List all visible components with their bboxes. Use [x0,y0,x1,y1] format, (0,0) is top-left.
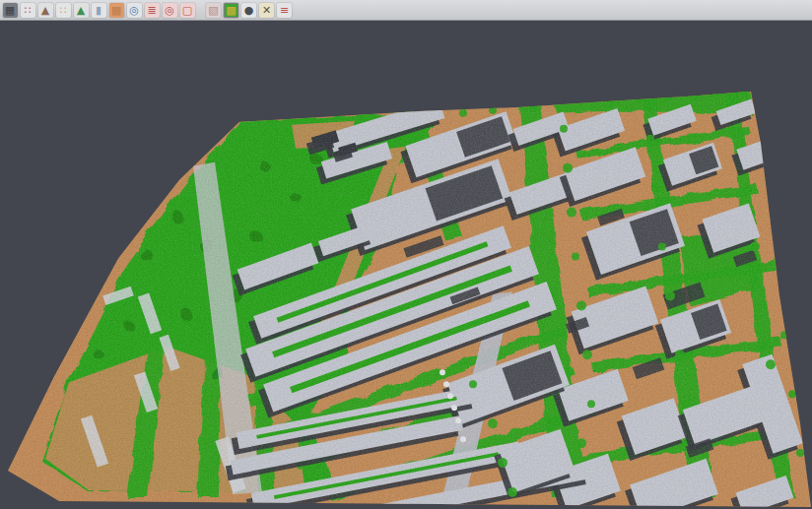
ruler-delete-icon-glyph: ✕ [262,3,271,18]
terrain-brown-icon[interactable]: ▲ [38,3,53,18]
globe-icon[interactable]: ◎ [127,3,142,18]
color-dots-icon[interactable]: ∷ [21,3,35,18]
dark-sphere-icon-glyph: ● [244,3,254,18]
model-scene-svg[interactable] [0,22,812,509]
ruler-delete-icon[interactable]: ✕ [259,3,274,18]
red-list-icon[interactable]: ≣ [145,3,160,18]
classes-map-icon-glyph: ▩ [226,3,236,18]
red-circle-icon-glyph: ◎ [165,3,174,18]
viewport-3d[interactable] [0,22,812,509]
red-list-icon-glyph: ≣ [147,3,156,18]
pale-region-icon-glyph: ▧ [208,3,218,18]
red-selection-icon[interactable]: ▢ [180,3,195,18]
dark-grid-icon-glyph: ▦ [5,3,15,18]
classes-map-icon[interactable]: ▩ [224,3,238,18]
orange-square-icon[interactable]: ▩ [109,3,124,18]
point-dots-icon-glyph: ∷ [60,3,67,18]
red-table-icon-glyph: ≡ [280,3,289,18]
pale-region-icon[interactable]: ▧ [206,3,221,18]
color-dots-icon-glyph: ∷ [25,3,32,18]
red-table-icon[interactable]: ≡ [277,3,292,18]
main-toolbar: ▦∷▲∷▲▮▩◎≣◎▢▧▩●✕≡ [0,0,812,21]
terrain-green-icon-glyph: ▲ [77,3,85,18]
terrain-brown-icon-glyph: ▲ [41,3,49,18]
dark-grid-icon[interactable]: ▦ [3,3,18,18]
orange-square-icon-glyph: ▩ [111,3,121,18]
globe-icon-glyph: ◎ [129,3,139,18]
blue-column-icon-glyph: ▮ [96,3,102,18]
red-selection-icon-glyph: ▢ [182,3,192,18]
point-dots-icon[interactable]: ∷ [56,3,71,18]
red-circle-icon[interactable]: ◎ [163,3,177,18]
dark-sphere-icon[interactable]: ● [241,3,256,18]
blue-column-icon[interactable]: ▮ [92,3,106,18]
terrain-model [0,22,812,509]
terrain-green-icon[interactable]: ▲ [74,3,89,18]
